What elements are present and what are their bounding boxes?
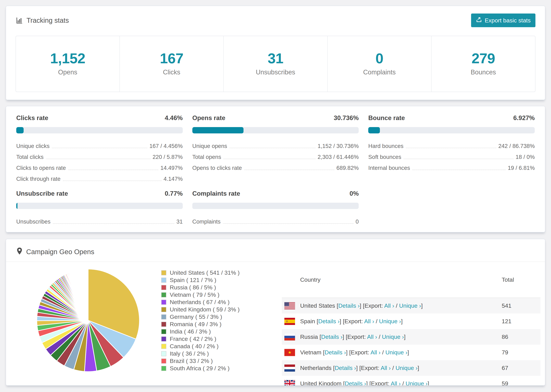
export-basic-stats-button[interactable]: Export basic stats [471,14,536,27]
geo-legend: United States ( 541 / 31% ) Spain ( 121 … [161,269,240,372]
dotted-leader [46,159,151,159]
rate-detail-row: Unique opens 1,152 / 30.736% [192,143,359,149]
legend-label: United States ( 541 / 31% ) [170,269,240,276]
export-all-link[interactable]: All › [381,365,391,371]
rate-title: Bounce rate [368,114,405,122]
flag-icon-us [284,302,295,309]
legend-item-canada[interactable]: Canada ( 40 / 2% ) [161,343,240,350]
rate-progress-fill [16,203,17,209]
legend-label: South Africa ( 29 / 2% ) [170,365,230,372]
legend-swatch [161,278,166,283]
rate-detail-row: Click through rate 4.147% [16,176,183,182]
tracking-stats-card: Tracking stats Export basic stats 1,152 … [6,6,545,100]
legend-item-vietnam[interactable]: Vietnam ( 79 / 5% ) [161,291,240,298]
legend-label: India ( 46 / 3% ) [170,328,211,335]
legend-item-romania[interactable]: Romania ( 49 / 3% ) [161,321,240,328]
legend-item-spain[interactable]: Spain ( 121 / 7% ) [161,276,240,284]
legend-swatch [161,344,166,349]
export-unique-link[interactable]: Unique › [379,318,401,324]
details-link[interactable]: Details › [338,302,360,309]
geo-table-row-us: United States [Details ›] [Export: All ›… [282,298,540,314]
dotted-leader [404,159,514,159]
rates-grid: Clicks rate 4.46% Unique clicks 167 / 4.… [16,114,535,225]
rate-detail-value: 1,152 / 30.736% [318,143,359,149]
rate-rows: Unique clicks 167 / 4.456% Total clicks … [16,143,183,182]
stat-label: Bounces [431,69,535,76]
legend-item-india[interactable]: India ( 46 / 3% ) [161,328,240,335]
rate-detail-row: Clicks to opens rate 14.497% [16,165,183,171]
export-all-link[interactable]: All › [367,334,377,340]
export-all-link[interactable]: All › [384,302,394,309]
stat-value: 31 [224,51,327,65]
legend-item-germany[interactable]: Germany ( 55 / 3% ) [161,313,240,321]
legend-swatch [161,329,166,334]
rate-detail-label: Opens to clicks rate [192,165,242,171]
stat-cell-opens: 1,152 Opens [16,36,120,92]
export-all-link[interactable]: All › [391,380,401,386]
tracking-stats-title: Tracking stats [15,17,69,24]
campaign-geo-opens-card: Campaign Geo Opens United States ( 541 /… [6,239,545,386]
flag-icon-es [284,318,295,325]
rate-detail-value: 167 / 4.456% [149,143,183,149]
export-unique-link[interactable]: Unique › [399,302,421,309]
rate-detail-label: Complaints [192,218,221,225]
legend-item-russia[interactable]: Russia ( 86 / 5% ) [161,284,240,291]
rate-detail-row: Unsubscribes 31 [16,218,183,225]
rate-detail-label: Hard bounces [368,143,403,149]
rate-detail-label: Unique clicks [16,143,49,149]
legend-swatch [161,307,166,312]
summary-stats-box: 1,152 Opens167 Clicks31 Unsubscribes0 Co… [15,36,536,92]
rate-detail-label: Unsubscribes [16,218,50,225]
rate-detail-value: 31 [177,218,183,225]
legend-swatch [161,322,166,327]
legend-item-netherlands[interactable]: Netherlands ( 67 / 4% ) [161,298,240,306]
dotted-leader [244,170,334,170]
bar-chart-icon [15,17,23,24]
legend-item-brazil[interactable]: Brazil ( 33 / 2% ) [161,357,240,365]
details-link[interactable]: Details › [318,318,340,324]
flag-icon-gb [284,380,295,386]
total-cell: 79 [502,349,508,356]
geo-body: United States ( 541 / 31% ) Spain ( 121 … [6,262,545,386]
export-unique-link[interactable]: Unique › [382,334,404,340]
rate-rows: Unique opens 1,152 / 30.736% Total opens… [192,143,359,171]
export-unique-link[interactable]: Unique › [396,365,417,371]
rate-value: 0.77% [165,190,183,197]
legend-item-france[interactable]: France ( 42 / 2% ) [161,335,240,343]
dotted-leader [63,181,162,181]
stat-label: Complaints [328,69,431,76]
rate-block-clicks-rate: Clicks rate 4.46% Unique clicks 167 / 4.… [16,114,183,182]
legend-item-south-africa[interactable]: South Africa ( 29 / 2% ) [161,365,240,372]
export-unique-link[interactable]: Unique › [406,380,428,386]
details-link[interactable]: Details › [325,349,346,356]
export-unique-link[interactable]: Unique › [385,349,407,356]
export-all-link[interactable]: All › [364,318,374,324]
rate-title: Unsubscribe rate [16,190,68,197]
dotted-leader [229,148,316,148]
rate-detail-value: 19 / 6.81% [508,165,535,171]
pie-slice[interactable] [88,269,88,320]
country-cell: United States [Details ›] [Export: All ›… [300,302,423,309]
country-cell: Netherlands [Details ›] [Export: All › /… [300,365,419,371]
rate-head: Opens rate 30.736% [192,114,359,122]
legend-item-united-kingdom[interactable]: United Kingdom ( 59 / 3% ) [161,306,240,313]
geo-table-row-vn: Vietnam [Details ›] [Export: All › / Uni… [282,345,540,360]
country-cell: Spain [Details ›] [Export: All › / Uniqu… [300,318,403,325]
rate-value: 4.46% [165,114,183,122]
total-cell: 541 [502,302,511,309]
legend-item-italy[interactable]: Italy ( 36 / 2% ) [161,350,240,357]
details-link[interactable]: Details › [321,334,343,340]
map-marker-icon [16,247,23,256]
stat-cell-bounces: 279 Bounces [431,36,535,92]
dotted-leader [223,223,353,224]
rate-block-opens-rate: Opens rate 30.736% Unique opens 1,152 / … [192,114,359,182]
rate-detail-row: Total clicks 220 / 5.87% [16,154,183,160]
details-link[interactable]: Details › [335,365,356,371]
rate-detail-value: 220 / 5.87% [153,154,183,160]
legend-swatch [161,300,166,305]
legend-item-united-states[interactable]: United States ( 541 / 31% ) [161,269,240,276]
export-all-link[interactable]: All › [370,349,381,356]
column-header-total: Total [502,276,514,283]
legend-label: Canada ( 40 / 2% ) [170,343,219,350]
details-link[interactable]: Details › [345,380,366,386]
